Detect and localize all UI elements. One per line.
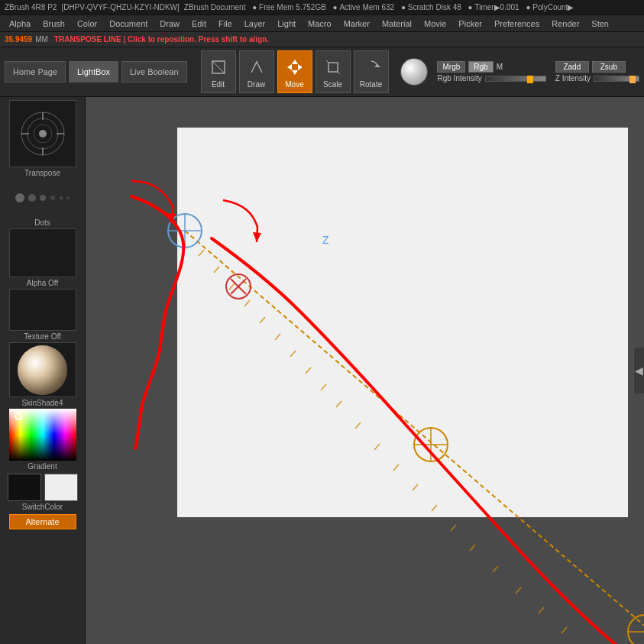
svg-point-13 [39,130,47,138]
menu-marker[interactable]: Marker [338,15,376,31]
menu-sten[interactable]: Sten [585,15,615,31]
right-edge-handle[interactable]: ◀ [633,348,644,393]
zsub-button[interactable]: Zsub [592,61,626,73]
rotate-button[interactable]: Rotate [354,50,389,93]
menu-preferences[interactable]: Preferences [488,15,545,31]
coord-unit: MM [35,35,48,44]
menu-alpha[interactable]: Alpha [3,15,37,31]
material-sphere-icon[interactable] [398,56,430,88]
svg-rect-6 [328,63,338,72]
edit-label: Edit [212,80,225,89]
canvas-area[interactable]: Z ◀ [86,97,644,644]
main-layout: Transpose Dots Alpha Off [0,97,644,644]
menu-color[interactable]: Color [71,15,103,31]
svg-line-42 [493,566,498,572]
foreground-color-swatch[interactable] [8,474,41,501]
background-color-swatch[interactable] [44,474,78,501]
timer: Timer▶0.001 [474,3,519,11]
gradient-label: Gradient [28,462,57,471]
title-bar: ZBrush 4R8 P2 [DHPV-QVYF-QHZU-KZYI-NDKW]… [0,0,644,15]
app-key: [DHPV-QVYF-QHZU-KZYI-NDKW] [61,3,179,11]
coord-value: 35.9459 [5,35,32,44]
svg-line-8 [338,72,340,74]
home-page-tab[interactable]: Home Page [5,61,66,83]
menu-light[interactable]: Light [271,15,302,31]
m-label: M [497,63,503,71]
draw-button[interactable]: Draw [239,50,274,93]
menu-render[interactable]: Render [545,15,585,31]
menu-edit[interactable]: Edit [186,15,212,31]
dots-preview[interactable] [9,179,76,217]
menu-material[interactable]: Material [376,15,418,31]
svg-line-44 [539,607,544,613]
scale-label: Scale [323,80,342,89]
rgb-button[interactable]: Rgb [468,61,493,73]
poly-count: PolyCount▶ [532,3,574,11]
texture-label: Texture Off [24,332,61,341]
z-intensity-row: Z Intensity [555,74,639,83]
menu-picker[interactable]: Picker [452,15,488,31]
svg-line-1 [212,61,225,73]
menu-document[interactable]: Document [103,15,154,31]
right-edge-icon: ◀ [635,364,643,377]
menu-brush[interactable]: Brush [37,15,71,31]
alpha-label: Alpha Off [27,279,59,287]
info-bar: 35.9459 MM TRANSPOSE LINE | Click to rep… [0,32,644,47]
move-button[interactable]: Move [277,50,312,93]
rgb-top-row: Mrgb Rgb M [437,61,545,73]
svg-point-22 [59,196,63,200]
svg-marker-5 [298,64,303,70]
z-section: Zadd Zsub Z Intensity [555,61,639,83]
alternate-button[interactable]: Alternate [9,514,76,529]
menu-file[interactable]: File [212,15,238,31]
zadd-button[interactable]: Zadd [555,61,589,73]
toolbar: Home Page LightBox Live Boolean Edit Dra… [0,47,644,97]
menu-movie[interactable]: Movie [418,15,452,31]
switch-color-label: SwitchColor [22,503,63,511]
dots-label: Dots [34,218,50,227]
rgb-intensity-row: Rgb Intensity [437,74,545,83]
rgb-slider-handle [527,76,533,83]
gradient-preview[interactable] [9,409,76,461]
svg-marker-2 [292,60,298,64]
active-mem: Active Mem 632 [339,3,394,11]
rgb-intensity-slider[interactable] [485,76,546,82]
svg-line-40 [451,525,456,531]
rgb-intensity-label: Rgb Intensity [437,74,481,83]
transpose-item: Transpose [3,100,82,177]
mrgb-button[interactable]: Mrgb [437,61,465,73]
svg-line-45 [561,627,567,633]
dots-item: Dots [3,179,82,227]
switch-color-item: SwitchColor [3,472,82,511]
scale-button[interactable]: Scale [316,50,351,93]
rotate-icon [360,56,383,79]
svg-point-18 [15,193,24,202]
live-boolean-tab[interactable]: Live Boolean [121,61,187,83]
svg-point-21 [50,196,55,200]
svg-marker-9 [374,64,380,67]
menu-draw[interactable]: Draw [154,15,186,31]
transpose-message: TRANSPOSE LINE | Click to reposition. Pr… [54,35,269,44]
draw-icon [245,56,268,79]
doc-name: ZBrush Document [184,3,246,11]
menu-layer[interactable]: Layer [238,15,272,31]
left-panel: Transpose Dots Alpha Off [0,97,86,644]
canvas-white [177,128,628,517]
svg-point-56 [628,615,644,644]
transpose-preview[interactable] [9,100,76,167]
z-intensity-slider[interactable] [594,76,639,82]
svg-point-20 [40,195,46,201]
lightbox-tab[interactable]: LightBox [69,61,118,83]
scratch-disk: Scratch Disk 48 [408,3,461,11]
texture-preview[interactable] [9,289,76,331]
alpha-item: Alpha Off [3,228,82,287]
sphere-preview [18,345,67,395]
z-buttons-row: Zadd Zsub [555,61,639,73]
edit-button[interactable]: Edit [201,50,236,93]
alpha-preview[interactable] [9,228,76,277]
menu-macro[interactable]: Macro [302,15,338,31]
toolbar-right: Mrgb Rgb M Rgb Intensity Zadd Zsub Z Int… [437,61,639,83]
material-preview[interactable] [9,342,76,397]
move-icon [283,56,306,79]
svg-marker-4 [287,64,292,70]
